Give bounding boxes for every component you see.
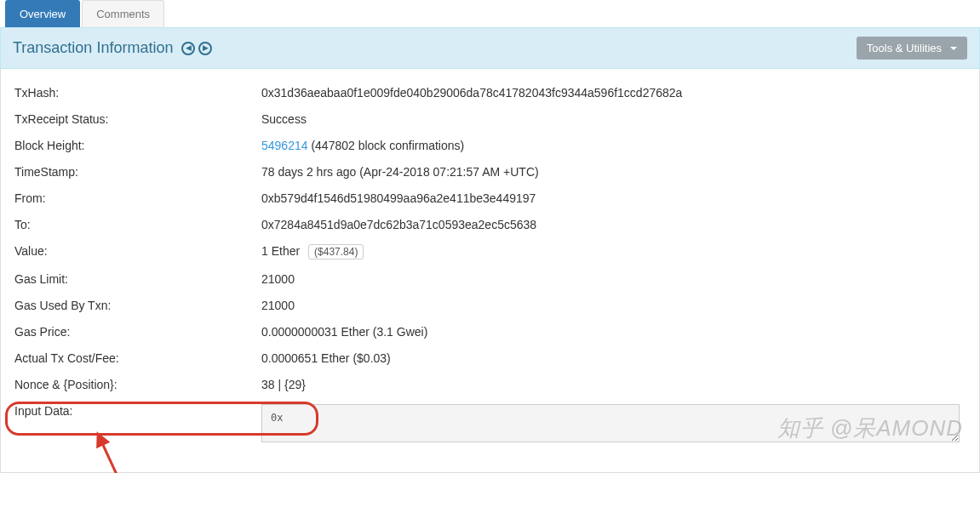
tab-overview[interactable]: Overview (5, 0, 80, 27)
next-tx-icon[interactable]: ▶ (198, 42, 212, 55)
row-value: Value: 1 Ether ($437.84) (14, 244, 966, 259)
row-inputdata: Input Data: 0x (14, 404, 966, 442)
row-gasprice: Gas Price: 0.0000000031 Ether (3.1 Gwei) (14, 325, 966, 339)
panel-body: TxHash: 0x31d36aeabaa0f1e009fde040b29006… (0, 69, 980, 473)
tabs-bar: Overview Comments (0, 0, 980, 28)
row-to: To: 0x7284a8451d9a0e7dc62b3a71c0593ea2ec… (14, 218, 966, 231)
inputdata-wrap: 0x (261, 404, 966, 442)
from-label: From: (14, 191, 261, 205)
gasprice-value: 0.0000000031 Ether (3.1 Gwei) (261, 325, 966, 339)
blockheight-label: Block Height: (14, 139, 261, 152)
tools-utilities-button[interactable]: Tools & Utilities (857, 37, 967, 60)
txfee-label: Actual Tx Cost/Fee: (14, 351, 261, 365)
row-blockheight: Block Height: 5496214 (447802 block conf… (14, 139, 966, 152)
row-timestamp: TimeStamp: 78 days 2 hrs ago (Apr-24-201… (14, 165, 966, 179)
blockheight-link[interactable]: 5496214 (261, 139, 308, 152)
tab-comments[interactable]: Comments (82, 0, 164, 27)
row-txreceipt: TxReceipt Status: Success (14, 112, 966, 126)
txreceipt-label: TxReceipt Status: (14, 112, 261, 126)
panel-header: Transaction Information ◀ ▶ Tools & Util… (0, 27, 980, 69)
to-label: To: (14, 218, 261, 231)
to-value[interactable]: 0x7284a8451d9a0e7dc62b3a71c0593ea2ec5c56… (261, 218, 966, 231)
row-gaslimit: Gas Limit: 21000 (14, 272, 966, 286)
value-usd-badge: ($437.84) (308, 244, 364, 259)
txfee-value: 0.0000651 Ether ($0.03) (261, 351, 966, 365)
inputdata-label: Input Data: (14, 404, 261, 418)
gaslimit-label: Gas Limit: (14, 272, 261, 286)
gasprice-label: Gas Price: (14, 325, 261, 339)
value-label: Value: (14, 244, 261, 258)
row-nonce: Nonce & {Position}: 38 | {29} (14, 378, 966, 391)
prev-tx-icon[interactable]: ◀ (181, 42, 195, 55)
panel-title-text: Transaction Information (13, 39, 173, 57)
blockheight-value: 5496214 (447802 block confirmations) (261, 139, 966, 152)
gasused-value: 21000 (261, 299, 966, 312)
gaslimit-value: 21000 (261, 272, 966, 286)
row-gasused: Gas Used By Txn: 21000 (14, 299, 966, 312)
txhash-label: TxHash: (14, 86, 261, 100)
value-eth: 1 Ether (261, 244, 300, 258)
timestamp-value: 78 days 2 hrs ago (Apr-24-2018 07:21:57 … (261, 165, 966, 179)
nonce-value: 38 | {29} (261, 378, 966, 391)
caret-down-icon (950, 47, 957, 50)
row-txfee: Actual Tx Cost/Fee: 0.0000651 Ether ($0.… (14, 351, 966, 365)
from-value[interactable]: 0xb579d4f1546d51980499aa96a2e411be3e4491… (261, 191, 966, 205)
value-value: 1 Ether ($437.84) (261, 244, 966, 259)
blockheight-confirmations: (447802 block confirmations) (308, 139, 465, 152)
tools-utilities-label: Tools & Utilities (867, 42, 942, 54)
panel-title: Transaction Information ◀ ▶ (13, 39, 212, 57)
timestamp-label: TimeStamp: (14, 165, 261, 179)
txhash-value: 0x31d36aeabaa0f1e009fde040b29006da78c417… (261, 86, 966, 100)
gasused-label: Gas Used By Txn: (14, 299, 261, 312)
inputdata-box[interactable]: 0x (261, 404, 960, 442)
row-from: From: 0xb579d4f1546d51980499aa96a2e411be… (14, 191, 966, 205)
row-txhash: TxHash: 0x31d36aeabaa0f1e009fde040b29006… (14, 86, 966, 100)
nonce-label: Nonce & {Position}: (14, 378, 261, 391)
nav-arrows: ◀ ▶ (181, 42, 212, 55)
txreceipt-value: Success (261, 112, 966, 126)
